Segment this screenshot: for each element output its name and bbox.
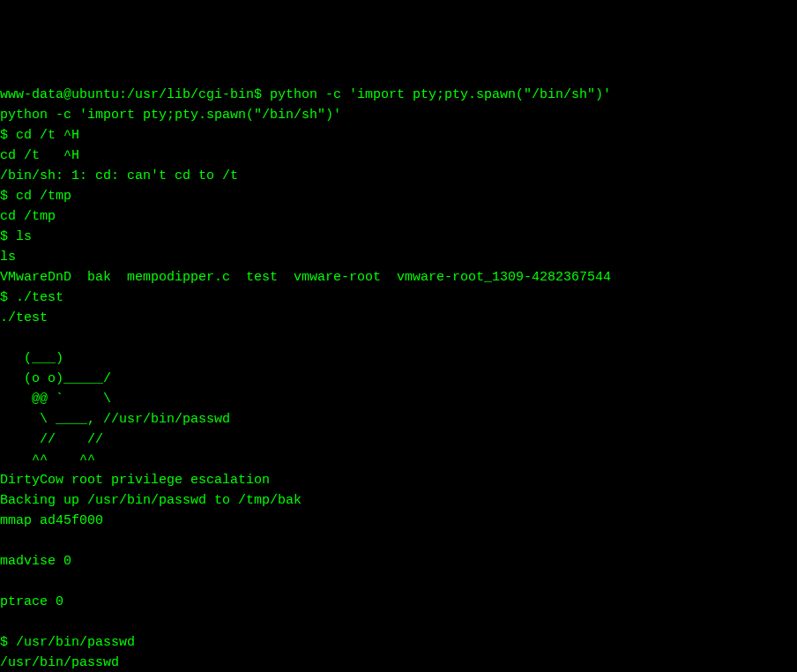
ascii-art-line: @@ ` \ — [0, 389, 797, 409]
ascii-art-line: // // — [0, 429, 797, 450]
terminal-line: $ cd /tmp — [0, 186, 797, 206]
terminal-line: madvise 0 — [0, 551, 797, 571]
terminal-line — [0, 531, 797, 551]
terminal-line: Backing up /usr/bin/passwd to /tmp/bak — [0, 490, 797, 511]
ascii-art-line: (o o)_____/ — [0, 369, 797, 389]
ascii-art-line: \ ____, //usr/bin/passwd — [0, 409, 797, 429]
terminal-line: mmap ad45f000 — [0, 511, 797, 531]
terminal-line: VMwareDnD bak mempodipper.c test vmware-… — [0, 267, 797, 287]
ascii-art-line: (___) — [0, 348, 797, 369]
terminal-line — [0, 612, 797, 632]
terminal-line: $ cd /t ^H — [0, 125, 797, 146]
terminal-line: ls — [0, 247, 797, 267]
terminal-line: www-data@ubuntu:/usr/lib/cgi-bin$ python… — [0, 85, 797, 105]
terminal-line: python -c 'import pty;pty.spawn("/bin/sh… — [0, 105, 797, 125]
terminal-line: cd /tmp — [0, 206, 797, 227]
terminal-line: $ ./test — [0, 287, 797, 308]
terminal-output[interactable]: www-data@ubuntu:/usr/lib/cgi-bin$ python… — [0, 85, 797, 672]
terminal-line — [0, 328, 797, 348]
terminal-line: /usr/bin/passwd — [0, 653, 797, 672]
terminal-line: DirtyCow root privilege escalation — [0, 470, 797, 490]
terminal-line: ./test — [0, 308, 797, 328]
ascii-art-line: ^^ ^^ — [0, 450, 797, 470]
terminal-line: $ ls — [0, 227, 797, 247]
terminal-line: /bin/sh: 1: cd: can't cd to /t — [0, 166, 797, 186]
terminal-line: ptrace 0 — [0, 592, 797, 612]
terminal-line: $ /usr/bin/passwd — [0, 632, 797, 653]
terminal-line: cd /t ^H — [0, 146, 797, 166]
terminal-line — [0, 571, 797, 592]
